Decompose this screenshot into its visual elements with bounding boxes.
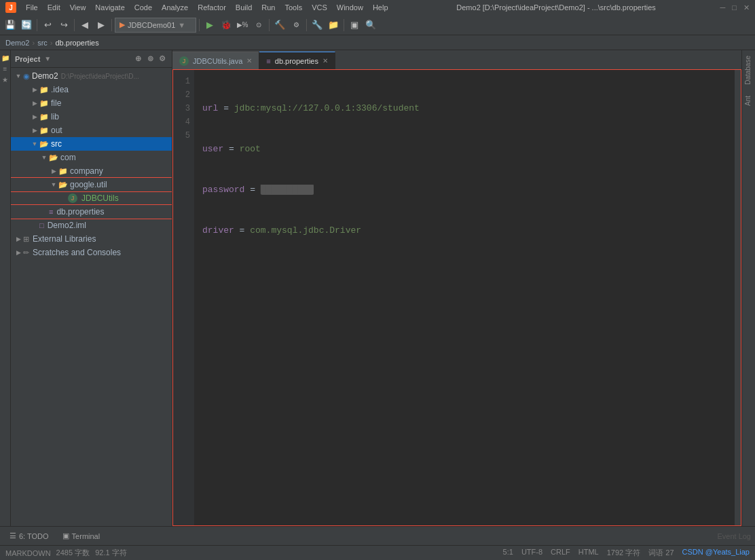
tab-close-dbprops[interactable]: ✕ (323, 57, 328, 64)
tree-item-file[interactable]: ▶ 📁 file (11, 96, 172, 110)
run-config-dropdown[interactable]: ▶ JDBCDemo01 ▼ (115, 18, 196, 33)
menu-help[interactable]: Help (369, 2, 392, 13)
tree-item-googleutil[interactable]: ▼ 📂 google.util (11, 178, 172, 191)
save-all-button[interactable]: 💾 (3, 18, 18, 33)
expand-src[interactable]: ▼ (30, 141, 39, 147)
panel-scroll-button[interactable]: ⊚ (145, 54, 155, 64)
build-button[interactable]: 🔨 (272, 18, 287, 33)
tab-jdbcutils[interactable]: J JDBCUtils.java ✕ (172, 52, 259, 69)
expand-extlibs[interactable]: ▶ (14, 236, 23, 242)
tab-todo[interactable]: ☰ 6: TODO (4, 529, 54, 542)
title-bar: J File Edit View Navigate Code Analyze R… (0, 0, 755, 15)
breadcrumb-sep-1: › (32, 39, 35, 47)
profile-button[interactable]: ⊙ (251, 18, 266, 33)
status-watermark: CSDN @Yeats_Liap (682, 548, 750, 558)
window-controls[interactable]: ─ □ ✕ (720, 3, 750, 12)
code-content[interactable]: url = jdbc:mysql://127.0.0.1:3306/studen… (194, 69, 735, 526)
tab-close-jdbcutils[interactable]: ✕ (246, 57, 252, 64)
folder-icon-company: 📁 (58, 167, 68, 176)
expand-out[interactable]: ▶ (30, 127, 39, 134)
project-icon[interactable]: 📁 (1, 53, 10, 62)
panel-settings-button[interactable]: ⚙ (157, 54, 168, 64)
maximize-button[interactable]: □ (732, 3, 737, 12)
rebuild-button[interactable]: ⚙ (289, 18, 303, 33)
breadcrumb-dbprops[interactable]: db.properties (55, 39, 98, 47)
app-logo: J (5, 2, 16, 13)
scrollbar-panel[interactable] (735, 69, 741, 526)
breadcrumb-sep-2: › (50, 39, 53, 47)
toolbar-sep-4 (199, 19, 200, 31)
menu-file[interactable]: File (22, 2, 42, 13)
right-tab-database[interactable]: Database (742, 50, 755, 90)
menu-run[interactable]: Run (257, 2, 279, 13)
undo-button[interactable]: ↩ (40, 18, 55, 33)
structure-icon[interactable]: ≡ (1, 64, 10, 73)
tree-item-company[interactable]: ▶ 📁 company (11, 164, 172, 178)
expand-file[interactable]: ▶ (30, 100, 39, 107)
event-log[interactable]: Event Log (717, 532, 751, 540)
status-markdown: MARKDOWN (5, 549, 51, 557)
expand-lib[interactable]: ▶ (30, 113, 39, 120)
tree-item-idea[interactable]: ▶ 📁 .idea (11, 83, 172, 96)
terminal-icon[interactable]: ▣ (347, 18, 362, 33)
expand-googleutil[interactable]: ▼ (49, 181, 58, 188)
expand-company[interactable]: ▶ (49, 168, 58, 174)
expand-scratches[interactable]: ▶ (14, 249, 23, 256)
tree-item-lib[interactable]: ▶ 📁 lib (11, 110, 172, 124)
open-folder-button[interactable]: 📁 (326, 18, 341, 33)
project-tree: ▼ ◉ Demo2 D:\Project\ideaProject\D... ▶ … (11, 68, 172, 526)
tree-item-scratches[interactable]: ▶ ✏ Scratches and Consoles (11, 246, 172, 259)
minimize-button[interactable]: ─ (720, 3, 726, 12)
tree-item-src[interactable]: ▼ 📂 src (11, 137, 172, 151)
run-button[interactable]: ▶ (202, 18, 217, 33)
menu-code[interactable]: Code (130, 2, 156, 13)
breadcrumb-src[interactable]: src (37, 39, 48, 47)
tree-label-file: file (51, 98, 61, 108)
toolbar-sep-6 (306, 19, 307, 31)
code-editor[interactable]: 1 2 3 4 5 url = jdbc:mysql://127.0.0.1:3… (172, 69, 741, 526)
tree-item-out[interactable]: ▶ 📁 out (11, 124, 172, 137)
menu-analyze[interactable]: Analyze (158, 2, 192, 13)
breadcrumb-demo2[interactable]: Demo2 (5, 39, 29, 47)
expand-demo2[interactable]: ▼ (14, 73, 23, 79)
expand-com[interactable]: ▼ (39, 154, 49, 161)
tree-item-extlibs[interactable]: ▶ ⊞ External Libraries (11, 232, 172, 246)
coverage-button[interactable]: ▶% (235, 18, 250, 33)
forward-button[interactable]: ▶ (94, 18, 109, 33)
debug-button[interactable]: 🐞 (219, 18, 234, 33)
tree-label-demo2: Demo2 (32, 71, 58, 81)
tree-label-company: company (70, 166, 103, 176)
menu-refactor[interactable]: Refactor (194, 2, 230, 13)
tree-label-com: com (60, 153, 76, 162)
menu-build[interactable]: Build (232, 2, 256, 13)
panel-dropdown-icon[interactable]: ▼ (44, 55, 51, 62)
tab-terminal[interactable]: ▣ Terminal (57, 529, 106, 542)
close-button[interactable]: ✕ (743, 3, 750, 12)
tree-item-demo2iml[interactable]: □ Demo2.iml (11, 219, 172, 232)
settings-button[interactable]: 🔧 (310, 18, 325, 33)
tree-item-jdbcutils[interactable]: J JDBCUtils (11, 191, 172, 205)
panel-add-button[interactable]: ⊕ (132, 54, 143, 64)
tab-label-dbprops: db.properties (275, 57, 318, 65)
main-area: 📁 ≡ ★ Project ▼ ⊕ ⊚ ⚙ ▼ ◉ Demo2 D:\Proje… (0, 50, 755, 526)
back-button[interactable]: ◀ (77, 18, 92, 33)
menu-bar[interactable]: File Edit View Navigate Code Analyze Ref… (22, 2, 392, 13)
menu-tools[interactable]: Tools (280, 2, 306, 13)
sync-button[interactable]: 🔄 (19, 18, 34, 33)
tree-item-com[interactable]: ▼ 📂 com (11, 151, 172, 164)
right-tab-ant[interactable]: Ant (742, 90, 755, 111)
menu-vcs[interactable]: VCS (308, 2, 331, 13)
expand-idea[interactable]: ▶ (30, 86, 39, 93)
menu-navigate[interactable]: Navigate (91, 2, 128, 13)
tree-item-demo2[interactable]: ▼ ◉ Demo2 D:\Project\ideaProject\D... (11, 69, 172, 83)
menu-view[interactable]: View (66, 2, 90, 13)
redo-button[interactable]: ↪ (56, 18, 71, 33)
search-everywhere-button[interactable]: 🔍 (363, 18, 378, 33)
tree-item-dbprops[interactable]: ≡ db.properties (11, 205, 172, 219)
tab-dbprops[interactable]: ≡ db.properties ✕ (259, 52, 335, 69)
menu-window[interactable]: Window (333, 2, 367, 13)
menu-edit[interactable]: Edit (43, 2, 65, 13)
folder-icon-lib: 📁 (39, 113, 49, 122)
favorites-icon[interactable]: ★ (1, 75, 10, 84)
folder-icon-idea: 📁 (39, 86, 49, 94)
